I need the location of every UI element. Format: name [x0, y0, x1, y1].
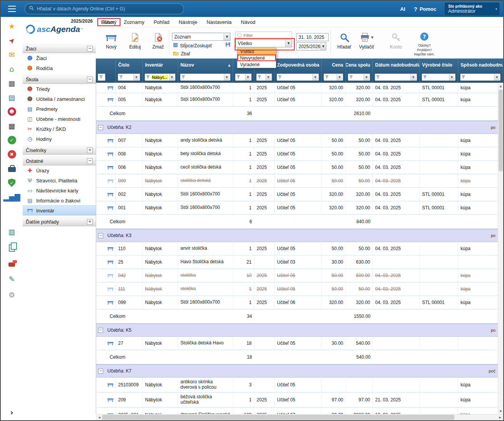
star-icon[interactable]: ★	[8, 22, 15, 31]
sidebar-section-iaci[interactable]: Žiaci−	[23, 44, 96, 53]
shield-icon[interactable]: ✓	[8, 178, 16, 187]
group-row[interactable]: −Učebňa: K3po	[96, 229, 503, 242]
rocket-icon[interactable]: ➤	[9, 36, 15, 45]
table-row[interactable]: 006Nábytokcecil stolička detská12025Učit…	[96, 161, 503, 174]
table-row[interactable]: 25NábytokHavo Stolička detská21Učiteľ 03…	[96, 256, 503, 269]
library-icon[interactable]: ▥	[8, 227, 15, 236]
sidebar-section-seln-ky[interactable]: Číselníky+	[23, 146, 96, 155]
section-toggle-icon[interactable]: −	[87, 158, 93, 164]
column-header-osoba[interactable]: Zodpovedná osoba	[275, 58, 322, 72]
column-header-vyrobne[interactable]: Výrobné číslo	[420, 58, 458, 72]
rail-expand-button[interactable]: ›	[1, 408, 23, 417]
table-row[interactable]: 002NábytokStôl 1600x800x70012025Učiteľ 0…	[96, 188, 503, 201]
new-button[interactable]: Nový	[100, 32, 122, 50]
sidebar-item-inform-cie-o-iakovi[interactable]: ▤Informácie o žiakovi	[23, 195, 96, 205]
sidebar-section-kola[interactable]: Škola−	[23, 75, 96, 84]
column-header-icon[interactable]	[96, 58, 116, 72]
chat-icon[interactable]	[8, 259, 15, 268]
calendar-icon[interactable]: ▦	[8, 121, 15, 130]
search-button[interactable]: Hľadať	[334, 32, 355, 50]
sidebar-item-predmety[interactable]: ▤Predmety	[23, 104, 96, 114]
horizontal-scrollbar[interactable]: ◀ ▶	[96, 414, 503, 420]
scroll-down-icon[interactable]: ▼	[498, 409, 503, 414]
ai-button[interactable]: AI	[400, 6, 406, 12]
column-header-nazov[interactable]: Názov▲	[178, 58, 233, 72]
sidebar-item-n-v-tevn-cke-karty[interactable]: ▭Návštevnícke karty	[23, 185, 96, 195]
sidebar-item-hodiny[interactable]: ◷Hodiny	[23, 134, 96, 144]
section-toggle-icon[interactable]: −	[87, 77, 93, 82]
table-row[interactable]: 004NábytokStôl 1600x800x70012025Učiteľ 0…	[96, 83, 503, 93]
sidebar-item-u-itelia-zamestnanci[interactable]: ☻Učitelia / zamestnanci	[23, 94, 96, 104]
group-row[interactable]: −Učebňa: K5po	[96, 324, 503, 337]
column-header-datum[interactable]: Dátum nadobudnutia	[373, 58, 420, 72]
table-row[interactable]: 110Nábytokanvir stolička12025Učiteľ 0550…	[96, 242, 503, 256]
table-row[interactable]: 001NábytokStôl 1600x800x70012025Učiteľ 0…	[96, 201, 503, 215]
sidebar-item-rodi-ia[interactable]: ☻Rodičia	[23, 63, 96, 73]
questions-button[interactable]: Otázky?Problém?Napíšte nám.	[412, 31, 437, 57]
timetable-icon[interactable]: ▦	[8, 79, 15, 88]
group-row[interactable]: −Učebňa: K7poč	[96, 364, 503, 378]
column-header-cislo[interactable]: Číslo	[116, 58, 143, 72]
chart-icon[interactable]: ▂▅▇	[3, 192, 20, 202]
column-header-inventar[interactable]: Inventár	[143, 58, 178, 72]
filter-combo-sposob[interactable]: ▼	[460, 74, 501, 81]
sidebar-item-u-ebne-miestnosti[interactable]: ◫Učebne - miestnosti	[23, 114, 96, 124]
table-row[interactable]: 008Nábytokbety stolička detská12025Učite…	[96, 147, 503, 161]
table-row[interactable]: 209Nábytokbéžová stolička učiteľská12025…	[96, 393, 503, 408]
filter-combo-vyrobne[interactable]: ▼	[422, 74, 456, 81]
filter-combo-icon[interactable]	[98, 74, 105, 81]
sidebar-item-triedy[interactable]: ☻Triedy	[23, 84, 96, 94]
user-menu[interactable]: Ste prihlásený ako Administrátor ▾	[445, 3, 499, 15]
collapse-icon[interactable]: −	[98, 125, 103, 130]
check-badge-icon[interactable]: ✓	[8, 135, 16, 145]
column-header-sposob[interactable]: Spôsob nadobudnutia	[458, 58, 503, 72]
table-row[interactable]: 005NábytokStôl 1600x800x70012025Učiteľ 0…	[96, 93, 503, 107]
section-toggle-icon[interactable]: +	[87, 147, 93, 153]
sidebar-section-al-ie-poh-ady[interactable]: Ďalšie pohľady+	[23, 217, 96, 226]
dropdown-option-nevyraden[interactable]: Nevyradené	[237, 55, 276, 61]
menu-poh-ad[interactable]: Pohľad	[150, 18, 173, 26]
table-row[interactable]: 042Nábytokstolička102025Učiteľ 0550.0050…	[96, 269, 503, 282]
global-search-input[interactable]: Hľadať v dátach Agendy Online (Ctrl + G)	[25, 3, 184, 14]
edit-button[interactable]: Edituj	[124, 32, 146, 50]
print-button[interactable]: ▼ Vytlačiť	[356, 32, 377, 50]
filter-combo-nazov[interactable]: ▼	[180, 74, 230, 81]
sidebar-item-stravn-ci-platitelia[interactable]: ΨStravníci, Platitelia	[23, 175, 96, 185]
horizontal-scroll-thumb[interactable]	[102, 415, 454, 420]
help-button[interactable]: ?Pomoc	[414, 6, 436, 12]
columns-group-button[interactable]: Stĺpce/Zoskupiť	[173, 42, 212, 49]
menu-s-bor[interactable]: Súbor	[97, 18, 118, 26]
filter-combo-osoba[interactable]: ▼	[277, 74, 319, 81]
table-row[interactable]: 009Nábytokstolička detská12025Učiteľ 055…	[96, 174, 503, 188]
collapse-button[interactable]: Zbaľ	[173, 50, 190, 57]
list-type-combo[interactable]: Zoznam ▼	[172, 33, 230, 41]
table-row[interactable]: 099NábytokStôl 1600x800x70012025Učiteľ 0…	[96, 296, 503, 309]
menu-zoznamy[interactable]: Zoznamy	[120, 18, 148, 26]
filter-combo-rok[interactable]: ▼	[256, 74, 272, 81]
table-row[interactable]: 27NábytokStolička detská Havo18Učiteľ 05…	[96, 337, 503, 350]
pen-icon[interactable]: ✎	[9, 274, 15, 284]
school-year-combo[interactable]: 2025/2026 ▼	[296, 42, 326, 50]
delete-button[interactable]: Zmaž	[147, 32, 169, 50]
vertical-scrollbar[interactable]: ▲ ▼	[498, 84, 503, 414]
filter-combo-cislo[interactable]: ▼	[118, 74, 140, 81]
sidebar-item-invent-r[interactable]: Inventár	[23, 205, 96, 216]
briefcase-icon[interactable]	[8, 164, 16, 173]
menu-hamburger-button[interactable]	[5, 3, 18, 15]
journal-icon[interactable]: ▤	[8, 93, 15, 102]
person-badge-icon[interactable]: ☻	[8, 107, 16, 116]
pages-icon[interactable]	[9, 243, 15, 252]
alert-badge-icon[interactable]: ✖	[8, 150, 16, 159]
filter-combo-inventar[interactable]: Nábyt...▼	[145, 74, 175, 81]
account-button[interactable]: Konto	[385, 32, 407, 50]
group-row[interactable]: −Učebňa: K2po	[96, 121, 503, 134]
vertical-scroll-thumb[interactable]	[499, 90, 503, 171]
dropdown-option-vyraden[interactable]: Vyradené	[237, 61, 276, 68]
date-field[interactable]: 31. 10. 2025	[296, 33, 329, 41]
filter-state-combo[interactable]: Všetko ▼	[235, 39, 292, 47]
menu-n-stroje[interactable]: Nástroje	[175, 18, 201, 26]
gear-icon[interactable]: ⚙	[8, 290, 15, 299]
section-toggle-icon[interactable]: −	[87, 46, 93, 52]
mail-icon[interactable]: ✉	[9, 50, 15, 59]
column-header-cena_spolu[interactable]: Cena spolu	[346, 58, 373, 72]
